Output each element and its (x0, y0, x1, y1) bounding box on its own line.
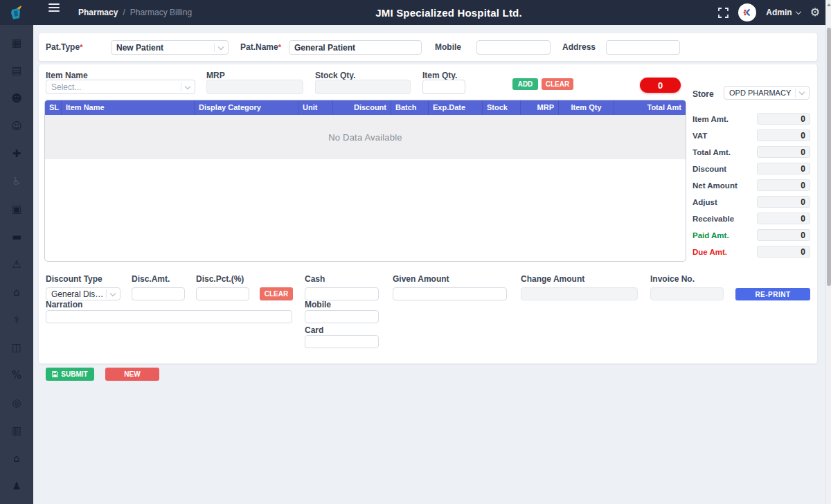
items-table: SL Item Name Display Category Unit Disco… (44, 100, 686, 262)
stock-qty-input (315, 80, 411, 94)
user-avatar[interactable] (738, 3, 756, 21)
medicine-stock-icon[interactable]: ◫ (11, 342, 22, 353)
disc-pct-input[interactable] (196, 287, 249, 300)
patient-icon[interactable]: ☻ (11, 93, 22, 104)
pat-name-label: Pat.Name* (240, 42, 281, 52)
indoor-bed-icon[interactable]: ▬ (11, 231, 22, 242)
pat-type-value: New Patient (116, 43, 214, 53)
items-table-header: SL Item Name Display Category Unit Disco… (45, 100, 686, 115)
summary-row-paid-amt: Paid Amt. (692, 229, 810, 241)
dashboard-icon[interactable]: ▦ (11, 37, 22, 48)
chevron-down-icon (214, 43, 223, 52)
hospital-building-icon[interactable]: ⌂ (11, 287, 22, 298)
disc-amt-input[interactable] (132, 287, 185, 300)
card-label: Card (305, 325, 323, 335)
scrollbar-thumb[interactable] (827, 28, 831, 286)
chevron-down-icon (181, 82, 190, 91)
doctor-icon[interactable]: ☺ (11, 120, 22, 132)
discount-icon[interactable]: % (11, 370, 22, 381)
prescription-icon[interactable]: ▤ (11, 65, 22, 76)
item-name-label: Item Name (46, 71, 88, 80)
disability-support-icon[interactable]: ♿ (11, 176, 22, 187)
summary-row-item-amt: Item Amt. (692, 113, 810, 125)
summary-row-net-amount: Net Amount (692, 179, 810, 191)
clear-item-button[interactable]: CLEAR (542, 78, 573, 90)
billing-summary-panel: Item Amt. VAT Total Amt. Discount Net Am… (692, 113, 810, 258)
app-logo[interactable] (0, 0, 33, 25)
adjust-value[interactable] (757, 196, 810, 208)
menu-toggle-icon[interactable] (48, 7, 61, 8)
invoice-no-label: Invoice No. (650, 274, 695, 284)
pat-name-input[interactable] (289, 40, 422, 55)
operations-icon[interactable]: ◎ (11, 397, 22, 408)
item-name-placeholder: Select... (51, 82, 181, 92)
store-select[interactable]: OPD PHARMACY (724, 86, 810, 100)
col-unit: Unit (298, 100, 333, 115)
summary-row-vat: VAT (692, 129, 810, 141)
narration-input[interactable] (46, 310, 292, 323)
discount-type-label: Discount Type (46, 274, 102, 284)
col-item-name: Item Name (62, 100, 195, 115)
breadcrumb: Pharmacy / Pharmacy Billing (78, 0, 192, 25)
logo-icon (8, 3, 26, 21)
stock-qty-label: Stock Qty. (315, 71, 355, 80)
discount-type-select[interactable]: General Disco... (46, 287, 120, 300)
item-qty-input[interactable] (422, 80, 465, 94)
user-menu[interactable]: Admin (766, 8, 800, 17)
summary-row-total-amt: Total Amt. (692, 146, 810, 158)
given-amount-label: Given Amount (393, 274, 449, 284)
vat-value (757, 129, 810, 141)
new-button[interactable]: NEW (105, 368, 159, 381)
diagnostics-icon[interactable]: ▣ (11, 204, 22, 215)
breadcrumb-current-page: Pharmacy Billing (130, 8, 192, 17)
summary-row-adjust: Adjust (692, 196, 810, 208)
breadcrumb-separator: / (123, 8, 125, 17)
billing-card: Item Name Select... MRP Stock Qty. Item … (39, 64, 817, 363)
reprint-button[interactable]: RE-PRINT (735, 288, 810, 300)
chevron-down-icon (795, 89, 804, 98)
top-navbar: Pharmacy / Pharmacy Billing JMI Speciali… (0, 0, 831, 25)
item-name-select[interactable]: Select... (46, 80, 195, 94)
invoice-no-input[interactable] (650, 287, 724, 300)
item-amt-value (757, 113, 810, 125)
gear-icon[interactable]: ⚙ (810, 7, 820, 18)
page-title: JMI Specialized Hospital Ltd. (375, 0, 522, 25)
pay-mobile-label: Mobile (305, 300, 331, 309)
scroll-up-arrow-icon[interactable] (827, 3, 831, 6)
net-amount-value (757, 179, 810, 191)
reports-icon[interactable]: ▥ (11, 425, 22, 436)
user-name: Admin (766, 8, 792, 17)
card-input[interactable] (305, 335, 379, 348)
patient-info-card: Pat.Type* New Patient Pat.Name* Mobile A… (39, 33, 817, 61)
breadcrumb-section[interactable]: Pharmacy (78, 8, 118, 17)
given-amount-input[interactable] (393, 287, 507, 300)
page-scrollbar[interactable] (825, 0, 831, 504)
fullscreen-icon[interactable] (718, 8, 729, 18)
home-service-icon[interactable]: ⌂ (11, 453, 22, 464)
pay-mobile-input[interactable] (305, 310, 379, 323)
col-stock: Stock (483, 100, 521, 115)
staff-icon[interactable]: ♟ (11, 480, 22, 492)
col-total-amt: Total Amt (614, 100, 686, 115)
disc-pct-label: Disc.Pct.(%) (196, 274, 244, 284)
mobile-input[interactable] (476, 40, 551, 55)
summary-row-discount: Discount (692, 163, 810, 174)
submit-button[interactable]: SUBMIT (46, 368, 94, 381)
cash-input[interactable] (305, 287, 379, 300)
mrp-label: MRP (206, 71, 225, 80)
pat-type-select[interactable]: New Patient (111, 40, 229, 55)
emergency-icon[interactable]: ⚠ (11, 259, 22, 270)
sidebar-nav: ▦ ▤ ☻ ☺ ✚ ♿ ▣ ▬ ⚠ ⌂ ⚕ ◫ % ◎ ▥ ⌂ ♟ (0, 25, 33, 504)
address-input[interactable] (606, 40, 680, 55)
store-label: Store (692, 89, 714, 99)
item-qty-label: Item Qty. (422, 71, 457, 80)
address-label: Address (562, 42, 596, 52)
summary-row-receivable: Receivable (692, 213, 810, 224)
save-icon (52, 371, 58, 377)
clear-discount-button[interactable]: CLEAR (260, 287, 293, 300)
add-item-button[interactable]: ADD (512, 78, 538, 90)
medical-services-icon[interactable]: ✚ (11, 148, 22, 159)
paid-amt-value[interactable] (757, 229, 810, 241)
total-amt-value (757, 146, 810, 158)
pharmacy-icon[interactable]: ⚕ (11, 314, 22, 325)
